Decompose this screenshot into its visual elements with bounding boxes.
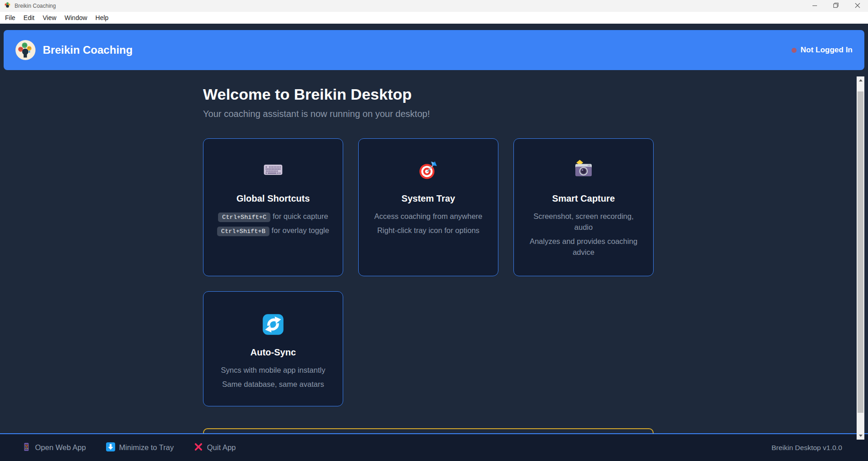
menubar: File Edit View Window Help (0, 12, 868, 24)
quit-app-button[interactable]: Quit App (194, 442, 236, 453)
window-title: Breikin Coaching (15, 3, 804, 9)
page-title: Welcome to Breikin Desktop (203, 86, 654, 103)
camera-icon (573, 159, 594, 181)
shortcut-desc: for quick capture (270, 212, 328, 220)
target-icon (417, 159, 439, 181)
page-subtitle: Your coaching assistant is now running o… (203, 109, 654, 119)
app-logo-icon (15, 40, 36, 60)
card-title: Auto-Sync (215, 347, 331, 358)
partial-warning-panel (203, 428, 654, 433)
login-status-badge: Not Logged In (792, 46, 853, 55)
download-arrow-icon (106, 442, 115, 453)
login-status-label: Not Logged In (801, 46, 853, 55)
keyboard-icon (262, 159, 284, 181)
card-line: Ctrl+Shift+B for overlay toggle (215, 225, 331, 236)
minimize-icon (812, 3, 817, 10)
status-dot-icon (792, 48, 797, 53)
minimize-to-tray-button[interactable]: Minimize to Tray (106, 442, 174, 453)
card-line: Syncs with mobile app instantly (215, 365, 331, 376)
scroll-down-button[interactable] (857, 432, 864, 440)
feature-cards-grid: Global Shortcuts Ctrl+Shift+C for quick … (203, 138, 654, 406)
card-line: Screenshot, screen recording, audio (526, 211, 641, 233)
card-system-tray: System Tray Access coaching from anywher… (358, 138, 498, 276)
abacus-icon (22, 442, 31, 453)
minimize-button[interactable] (804, 0, 825, 12)
red-cross-icon (194, 442, 203, 453)
card-smart-capture: Smart Capture Screenshot, screen recordi… (513, 138, 654, 276)
card-line: Same database, same avatars (215, 379, 331, 390)
open-web-app-label: Open Web App (35, 443, 86, 452)
app-logo-small-icon (4, 1, 11, 10)
close-button[interactable] (847, 0, 868, 12)
menu-help[interactable]: Help (91, 13, 113, 23)
main-content: Welcome to Breikin Desktop Your coaching… (0, 70, 857, 433)
shortcut-key: Ctrl+Shift+B (217, 227, 269, 236)
card-line: Right-click tray icon for options (371, 225, 486, 236)
restore-button[interactable] (825, 0, 847, 12)
menu-file[interactable]: File (1, 13, 20, 23)
card-line: Access coaching from anywhere (371, 211, 486, 222)
scroll-up-button[interactable] (857, 76, 864, 84)
shortcut-desc: for overlay toggle (269, 226, 329, 234)
menu-window[interactable]: Window (61, 13, 91, 23)
close-icon (855, 3, 860, 10)
shortcut-key: Ctrl+Shift+C (218, 213, 270, 222)
triangle-down-icon (859, 435, 863, 437)
menu-view[interactable]: View (39, 13, 61, 23)
sync-icon (260, 312, 286, 337)
menu-edit[interactable]: Edit (20, 13, 39, 23)
open-web-app-button[interactable]: Open Web App (22, 442, 86, 453)
triangle-up-icon (859, 79, 863, 81)
card-auto-sync: Auto-Sync Syncs with mobile app instantl… (203, 291, 343, 406)
card-global-shortcuts: Global Shortcuts Ctrl+Shift+C for quick … (203, 138, 343, 276)
card-title: System Tray (371, 193, 486, 204)
card-line: Ctrl+Shift+C for quick capture (215, 211, 331, 222)
header-app-name: Breikin Coaching (43, 44, 132, 56)
titlebar: Breikin Coaching (0, 0, 868, 12)
minimize-to-tray-label: Minimize to Tray (119, 443, 174, 452)
restore-icon (833, 2, 839, 10)
app-version: Breikin Desktop v1.0.0 (772, 444, 842, 452)
app-body: Breikin Coaching Not Logged In Welcome t… (0, 30, 868, 461)
footer-bar: Open Web App Minimize to Tray Quit App B… (0, 434, 868, 461)
card-title: Smart Capture (526, 193, 641, 204)
app-header: Breikin Coaching Not Logged In (4, 30, 864, 70)
quit-app-label: Quit App (207, 443, 236, 452)
card-title: Global Shortcuts (215, 193, 331, 204)
card-line: Analyzes and provides coaching advice (526, 236, 641, 258)
scrollbar-thumb[interactable] (858, 91, 863, 413)
vertical-scrollbar[interactable] (857, 76, 864, 440)
